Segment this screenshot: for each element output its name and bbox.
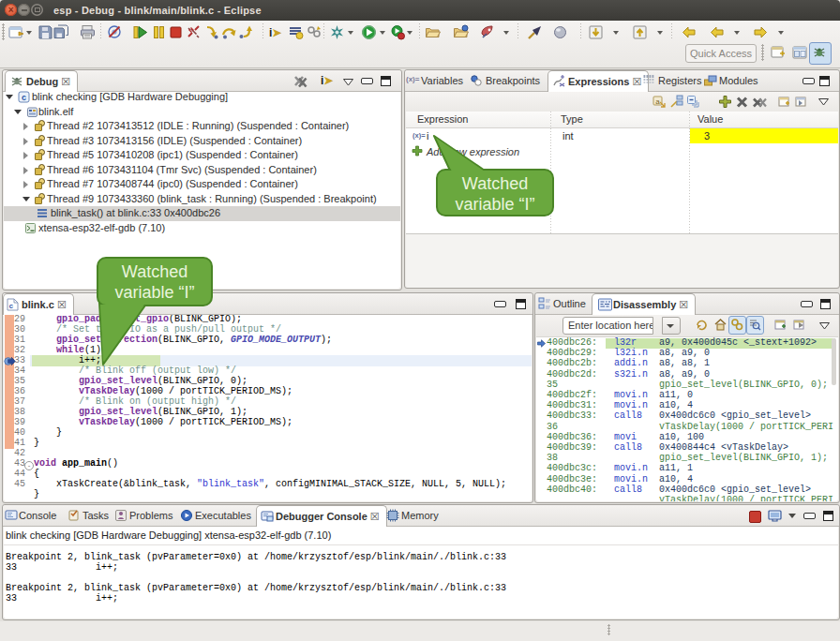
svg-text:variable “I”: variable “I” [114, 283, 194, 302]
svg-text:variable “I”: variable “I” [455, 195, 534, 214]
svg-text:Watched: Watched [462, 174, 528, 193]
svg-text:Watched: Watched [122, 262, 188, 281]
